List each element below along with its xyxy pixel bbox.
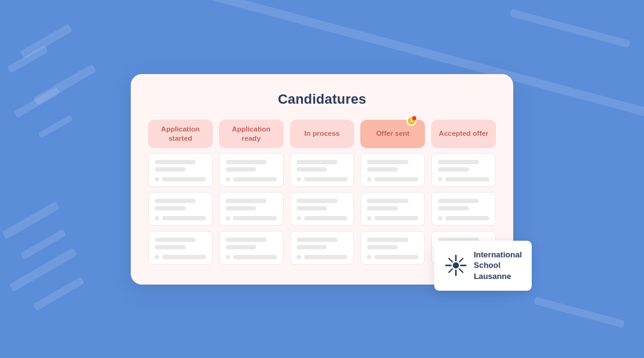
skeleton-line — [162, 216, 206, 220]
skeleton-line — [233, 177, 277, 181]
skeleton-dot — [367, 216, 371, 220]
kanban-card[interactable] — [290, 192, 355, 226]
kanban-col-in-process: In process — [290, 120, 355, 265]
skeleton-line — [297, 206, 328, 210]
skeleton-line — [233, 255, 277, 259]
svg-line-6 — [449, 269, 453, 273]
skeleton-dot — [367, 177, 371, 181]
skeleton-line — [374, 177, 418, 181]
skeleton-line — [226, 206, 257, 210]
skeleton-line — [226, 199, 266, 203]
skeleton-dot — [297, 216, 301, 220]
skeleton-line — [438, 167, 469, 172]
skeleton-line — [233, 216, 277, 220]
kanban-card[interactable] — [360, 231, 425, 265]
skeleton-line — [162, 177, 206, 181]
skeleton-line — [445, 216, 489, 220]
isl-text: International School Lausanne — [474, 249, 522, 282]
skeleton-line — [304, 255, 348, 259]
kanban-card[interactable] — [148, 231, 213, 265]
skeleton-line — [374, 216, 418, 220]
skeleton-line — [438, 160, 479, 164]
skeleton-line — [367, 238, 408, 242]
skeleton-line — [438, 206, 469, 210]
isl-icon — [444, 254, 468, 277]
svg-line-5 — [460, 259, 463, 262]
kanban-card[interactable] — [148, 153, 213, 187]
skeleton-line — [162, 255, 206, 259]
kanban-card[interactable] — [431, 192, 496, 226]
skeleton-dot — [155, 216, 159, 220]
skeleton-line — [367, 167, 398, 172]
skeleton-dot — [438, 216, 442, 220]
kanban-card[interactable] — [148, 192, 213, 226]
skeleton-line — [297, 199, 337, 203]
skeleton-row — [438, 216, 489, 220]
kanban-card[interactable] — [290, 231, 355, 265]
skeleton-dot — [438, 177, 442, 181]
skeleton-line — [226, 238, 266, 242]
skeleton-line — [374, 255, 418, 259]
skeleton-row — [226, 216, 277, 220]
skeleton-line — [226, 167, 257, 172]
skeleton-row — [297, 216, 348, 220]
col-header-in-process[interactable]: In process — [290, 120, 355, 148]
skeleton-line — [438, 199, 479, 203]
skeleton-dot — [155, 255, 159, 259]
kanban-col-app-ready: Application ready — [219, 120, 284, 265]
skeleton-line — [155, 160, 196, 164]
skeleton-row — [367, 177, 418, 181]
skeleton-row — [155, 255, 206, 259]
skeleton-row — [155, 177, 206, 181]
candidatures-card: Candidatures Application started — [131, 74, 513, 285]
skeleton-row — [155, 216, 206, 220]
kanban-card[interactable] — [360, 153, 425, 187]
kanban-col-app-started: Application started — [148, 120, 213, 265]
skeleton-dot — [155, 177, 159, 181]
skeleton-row — [226, 177, 277, 181]
skeleton-dot — [367, 255, 371, 259]
skeleton-row — [438, 177, 489, 181]
skeleton-line — [304, 216, 348, 220]
skeleton-line — [155, 238, 196, 242]
skeleton-line — [445, 177, 489, 181]
col-header-app-started[interactable]: Application started — [148, 120, 213, 148]
skeleton-line — [367, 199, 408, 203]
kanban-card[interactable] — [219, 153, 284, 187]
col-header-accepted-offer[interactable]: Accepted offer — [431, 120, 496, 148]
skeleton-dot — [226, 177, 230, 181]
kanban-card[interactable] — [290, 153, 355, 187]
skeleton-dot — [297, 255, 301, 259]
skeleton-line — [155, 167, 186, 172]
skeleton-row — [297, 177, 348, 181]
skeleton-dot — [226, 255, 230, 259]
svg-point-0 — [453, 262, 459, 268]
skeleton-line — [297, 167, 328, 172]
kanban-card[interactable] — [360, 192, 425, 226]
skeleton-line — [226, 160, 266, 164]
col-header-offer-sent[interactable]: Offer sent1 — [360, 120, 425, 148]
skeleton-line — [155, 245, 186, 249]
skeleton-dot — [226, 216, 230, 220]
skeleton-line — [304, 177, 348, 181]
skeleton-line — [297, 160, 337, 164]
skeleton-row — [297, 255, 348, 259]
kanban-card[interactable] — [219, 231, 284, 265]
skeleton-dot — [297, 177, 301, 181]
kanban-card[interactable] — [219, 192, 284, 226]
isl-logo: International School Lausanne — [434, 241, 532, 291]
skeleton-line — [367, 160, 408, 164]
skeleton-row — [367, 216, 418, 220]
skeleton-line — [297, 245, 328, 249]
skeleton-row — [226, 255, 277, 259]
svg-line-8 — [449, 259, 453, 262]
skeleton-line — [367, 245, 398, 249]
skeleton-line — [297, 238, 337, 242]
svg-line-7 — [460, 269, 463, 273]
notification-badge: 1 — [407, 116, 416, 126]
skeleton-line — [367, 206, 398, 210]
col-header-app-ready[interactable]: Application ready — [219, 120, 284, 148]
kanban-card[interactable] — [431, 153, 496, 187]
skeleton-line — [155, 199, 196, 203]
skeleton-line — [226, 245, 257, 249]
